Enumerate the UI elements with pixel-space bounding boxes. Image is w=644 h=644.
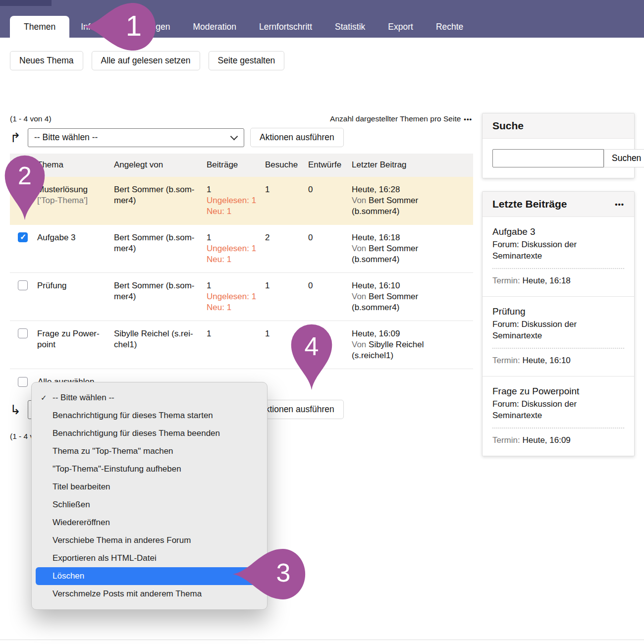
tab-themen[interactable]: Themen bbox=[10, 16, 69, 38]
topic-tag: ['Top-Thema'] bbox=[37, 195, 108, 206]
pin-number: 4 bbox=[290, 331, 333, 361]
new-count: Neu: 1 bbox=[207, 206, 259, 217]
tab-statistik[interactable]: Statistik bbox=[323, 16, 376, 38]
drafts-count: 0 bbox=[308, 177, 352, 203]
tab-lernfortschritt[interactable]: Lernfortschritt bbox=[248, 16, 323, 38]
bulk-action-select-top[interactable]: -- Bitte wählen -- bbox=[28, 128, 244, 147]
latest-posts-panel: Letzte Beiträge ••• Aufgabe 3 Forum: Dis… bbox=[482, 191, 635, 456]
tab-bar: Themen Info Einstellungen Moderation Ler… bbox=[10, 16, 475, 38]
topic-author: Bert Sommer (b.som­mer4) bbox=[114, 273, 207, 310]
search-input[interactable] bbox=[492, 149, 604, 167]
term-label: Termin: bbox=[492, 435, 520, 445]
table-row: Prüfung Bert Sommer (b.som­mer4) 1 Ungel… bbox=[10, 273, 473, 321]
menu-item-schliessen[interactable]: Schließen bbox=[32, 496, 267, 514]
search-panel-title: Suche bbox=[492, 120, 524, 132]
menu-item-verschiebe-thema[interactable]: Verschiebe Thema in anderes Forum bbox=[32, 532, 267, 549]
tab-rechte[interactable]: Rechte bbox=[425, 16, 475, 38]
last-post-time: Heute, 16:10 bbox=[352, 281, 400, 290]
posts-count: 1 bbox=[207, 233, 211, 242]
menu-item-benachrichtigung-starten[interactable]: Benachrichtigung für dieses Thema starte… bbox=[32, 407, 267, 425]
latest-post-title[interactable]: Prüfung bbox=[492, 306, 624, 317]
col-besuche[interactable]: Besu­che bbox=[265, 154, 308, 177]
topic-link[interactable]: Prüfung bbox=[37, 281, 67, 290]
latest-post-forum: Forum: Diskussion der Seminartex­te bbox=[492, 239, 624, 262]
search-button[interactable]: Suchen bbox=[604, 149, 644, 167]
list-meta: (1 - 4 von 4) Anzahl dargestellter Theme… bbox=[10, 114, 473, 123]
row-checkbox[interactable] bbox=[18, 280, 28, 290]
table-header-row: Thema Angelegt von Beiträge Besu­che Ent… bbox=[10, 154, 473, 177]
topic-link[interactable]: Aufgabe 3 bbox=[37, 233, 76, 242]
apply-to-selection-bottom-icon: ↳ bbox=[10, 403, 22, 416]
per-page-more-icon[interactable]: ••• bbox=[464, 115, 472, 123]
table-row: Frage zu Power­point Sibylle Reichel (s.… bbox=[10, 321, 473, 369]
posts-count: 1 bbox=[207, 281, 211, 290]
last-post-by-label: Von bbox=[352, 196, 366, 205]
per-page-label: Anzahl dargestellter Themen pro Seite bbox=[330, 114, 461, 123]
visits-count: 1 bbox=[265, 177, 308, 203]
table-row: Aufgabe 3 Bert Sommer (b.som­mer4) 1 Ung… bbox=[10, 225, 473, 273]
design-page-button[interactable]: Seite gestalten bbox=[209, 51, 285, 70]
term-label: Termin: bbox=[492, 356, 520, 365]
drafts-count: 0 bbox=[308, 273, 352, 299]
term-label: Termin: bbox=[492, 276, 520, 285]
latest-posts-title: Letzte Beiträge bbox=[492, 198, 567, 210]
top-action-bar: ↱ -- Bitte wählen -- Aktionen ausführen bbox=[10, 128, 473, 147]
chevron-down-icon bbox=[230, 132, 238, 140]
last-post-time: Heute, 16:28 bbox=[352, 185, 400, 194]
mark-all-read-button[interactable]: Alle auf gelesen setzen bbox=[92, 51, 200, 70]
topic-link[interactable]: Frage zu Power­point bbox=[37, 329, 100, 349]
latest-post-title[interactable]: Frage zu Powerpoint bbox=[492, 386, 624, 397]
check-icon: ✓ bbox=[41, 389, 47, 407]
new-topic-button[interactable]: Neues Thema bbox=[10, 51, 83, 70]
toolbar: Neues Thema Alle auf gelesen setzen Seit… bbox=[10, 51, 284, 70]
latest-posts-more-icon[interactable]: ••• bbox=[615, 200, 624, 209]
menu-item-top-thema-machen[interactable]: Thema zu "Top-Thema" machen bbox=[32, 442, 267, 460]
new-count: Neu: 1 bbox=[207, 302, 259, 313]
execute-actions-button-top[interactable]: Aktionen ausführen bbox=[250, 128, 344, 147]
topic-author: Bert Sommer (b.som­mer4) bbox=[114, 225, 207, 262]
new-count: Neu: 1 bbox=[207, 254, 259, 265]
menu-item-loeschen[interactable]: Löschen bbox=[36, 567, 263, 585]
list-item: Prüfung Forum: Diskussion der Seminartex… bbox=[483, 297, 634, 376]
menu-item-bitte-waehlen[interactable]: ✓ -- Bitte wählen -- bbox=[32, 389, 267, 407]
col-entwuerfe[interactable]: Entwür­fe bbox=[308, 154, 352, 177]
select-all-checkbox[interactable] bbox=[18, 377, 28, 387]
topic-author: Bert Sommer (b.som­mer4) bbox=[114, 177, 207, 214]
annotation-pin-4: 4 bbox=[290, 323, 333, 391]
last-post-by-label: Von bbox=[352, 292, 366, 301]
menu-item-benachrichtigung-beenden[interactable]: Benachrichtigung für dieses Thema beende… bbox=[32, 425, 267, 442]
col-letzter-beitrag[interactable]: Letzter Beitrag bbox=[352, 154, 473, 177]
tab-moderation[interactable]: Moderation bbox=[181, 16, 248, 38]
footer-divider bbox=[0, 640, 644, 640]
pin-number: 2 bbox=[4, 161, 46, 190]
visits-count: 2 bbox=[265, 225, 308, 251]
latest-post-forum: Forum: Diskussion der Seminartex­te bbox=[492, 399, 624, 422]
search-panel: Suche Suchen bbox=[482, 113, 635, 178]
col-beitraege[interactable]: Beiträge bbox=[207, 154, 265, 177]
menu-item-wiedereroeffnen[interactable]: Wiedereröffnen bbox=[32, 514, 267, 532]
pagination-info: (1 - 4 von 4) bbox=[10, 114, 52, 123]
col-thema[interactable]: Thema bbox=[37, 154, 114, 177]
topic-author: Sibylle Reichel (s.rei­chel1) bbox=[114, 321, 207, 358]
bulk-action-select-top-value: -- Bitte wählen -- bbox=[34, 132, 98, 143]
term-value: Heute, 16:18 bbox=[522, 276, 570, 285]
unread-count: Ungelesen: 1 bbox=[207, 195, 259, 206]
annotation-pin-2: 2 bbox=[4, 155, 46, 221]
col-angelegt-von[interactable]: Angelegt von bbox=[114, 154, 207, 177]
list-item: Frage zu Powerpoint Forum: Diskussion de… bbox=[483, 376, 634, 456]
last-post-by-label: Von bbox=[352, 244, 366, 253]
menu-item-titel-bearbeiten[interactable]: Titel bearbeiten bbox=[32, 478, 267, 496]
tab-export[interactable]: Export bbox=[376, 16, 425, 38]
pin-number: 1 bbox=[111, 9, 157, 42]
row-checkbox[interactable] bbox=[18, 328, 28, 338]
topics-table: Thema Angelegt von Beiträge Besu­che Ent… bbox=[10, 154, 473, 369]
apply-to-selection-top-icon: ↱ bbox=[10, 131, 22, 144]
posts-count: 1 bbox=[207, 185, 211, 194]
row-checkbox[interactable] bbox=[18, 232, 28, 242]
menu-item-top-thema-aufheben[interactable]: "Top-Thema"-Einstufung aufheben bbox=[32, 460, 267, 478]
posts-count: 1 bbox=[207, 329, 211, 338]
term-value: Heute, 16:10 bbox=[522, 356, 570, 365]
annotation-pin-1: 1 bbox=[82, 2, 157, 52]
drafts-count: 0 bbox=[308, 225, 352, 251]
latest-post-title[interactable]: Aufgabe 3 bbox=[492, 226, 624, 237]
